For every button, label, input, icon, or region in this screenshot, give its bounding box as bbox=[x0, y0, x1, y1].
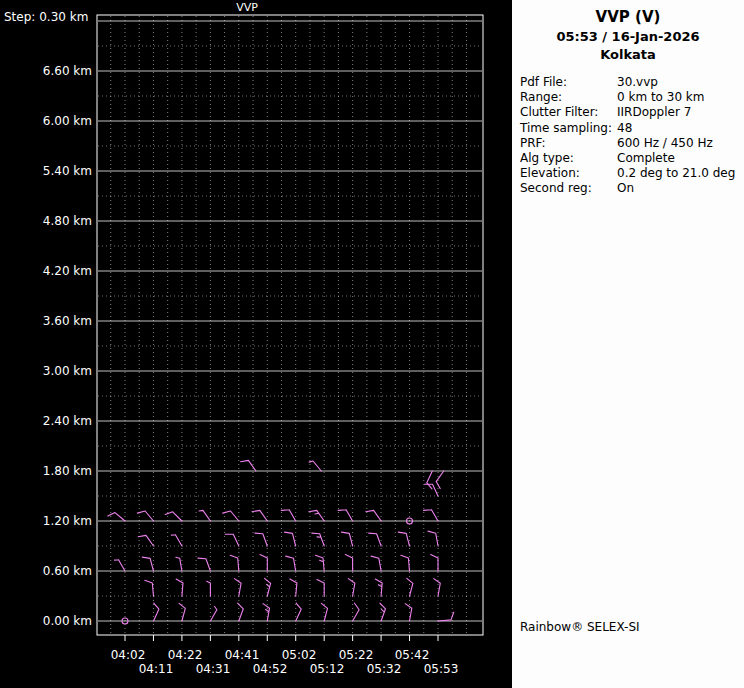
x-axis-label: 05:42 bbox=[392, 648, 432, 662]
vvp-chart-area: VVP Step: 0.30 km 6.60 km 6.00 km 5.40 k… bbox=[0, 0, 512, 688]
y-axis-label: 6.00 km bbox=[0, 114, 92, 128]
field-label: Pdf File: bbox=[520, 75, 617, 90]
field-value: 48 bbox=[617, 121, 632, 135]
x-axis-label: 04:31 bbox=[193, 662, 233, 676]
y-axis-label: 4.80 km bbox=[0, 214, 92, 228]
field-label: Alg type: bbox=[520, 151, 617, 166]
field-row: Elevation:0.2 deg to 21.0 deg bbox=[520, 166, 744, 181]
x-axis-label: 05:22 bbox=[336, 648, 376, 662]
site-name: Kolkata bbox=[512, 47, 744, 62]
y-axis-label: 3.60 km bbox=[0, 314, 92, 328]
x-axis-label: 04:02 bbox=[108, 648, 148, 662]
field-row: PRF:600 Hz / 450 Hz bbox=[520, 136, 744, 151]
x-axis-label: 04:11 bbox=[136, 662, 176, 676]
x-axis-label: 05:53 bbox=[421, 662, 461, 676]
field-value: 0 km to 30 km bbox=[617, 90, 705, 104]
field-label: Second reg: bbox=[520, 181, 617, 196]
field-value: On bbox=[617, 181, 634, 195]
field-row: Alg type:Complete bbox=[520, 151, 744, 166]
y-axis-label: 4.20 km bbox=[0, 264, 92, 278]
field-label: Time sampling: bbox=[520, 121, 617, 136]
field-row: Range:0 km to 30 km bbox=[520, 90, 744, 105]
field-row: Time sampling:48 bbox=[520, 121, 744, 136]
y-axis-label: 0.00 km bbox=[0, 614, 92, 628]
field-value: 0.2 deg to 21.0 deg bbox=[617, 166, 735, 180]
y-axis-step-label: Step: 0.30 km bbox=[4, 10, 88, 24]
y-axis-label: 2.40 km bbox=[0, 414, 92, 428]
field-value: IIRDoppler 7 bbox=[617, 105, 691, 119]
x-axis-label: 05:12 bbox=[307, 662, 347, 676]
field-value: 600 Hz / 450 Hz bbox=[617, 136, 713, 150]
product-datetime: 05:53 / 16-Jan-2026 bbox=[512, 29, 744, 44]
field-row: Clutter Filter:IIRDoppler 7 bbox=[520, 105, 744, 120]
x-axis-label: 05:02 bbox=[279, 648, 319, 662]
field-label: Elevation: bbox=[520, 166, 617, 181]
product-title: VVP (V) bbox=[512, 8, 744, 26]
field-row: Second reg:On bbox=[520, 181, 744, 196]
y-axis-label: 1.20 km bbox=[0, 514, 92, 528]
y-axis-label: 0.60 km bbox=[0, 564, 92, 578]
field-label: PRF: bbox=[520, 136, 617, 151]
field-label: Clutter Filter: bbox=[520, 105, 617, 120]
field-label: Range: bbox=[520, 90, 617, 105]
y-axis-label: 5.40 km bbox=[0, 164, 92, 178]
y-axis-label: 1.80 km bbox=[0, 464, 92, 478]
field-value: Complete bbox=[617, 151, 675, 165]
x-axis-label: 04:22 bbox=[165, 648, 205, 662]
x-axis-label: 04:52 bbox=[250, 662, 290, 676]
info-panel: VVP (V) 05:53 / 16-Jan-2026 Kolkata Pdf … bbox=[512, 0, 744, 688]
x-axis-label: 04:41 bbox=[222, 648, 262, 662]
wind-profile-plot bbox=[0, 0, 512, 688]
brand-footer: Rainbow® SELEX-SI bbox=[520, 620, 640, 634]
field-row: Pdf File:30.vvp bbox=[520, 75, 744, 90]
x-axis-label: 05:32 bbox=[364, 662, 404, 676]
field-value: 30.vvp bbox=[617, 75, 658, 89]
y-axis-label: 3.00 km bbox=[0, 364, 92, 378]
product-parameters: Pdf File:30.vvp Range:0 km to 30 km Clut… bbox=[520, 75, 744, 197]
y-axis-label: 6.60 km bbox=[0, 64, 92, 78]
